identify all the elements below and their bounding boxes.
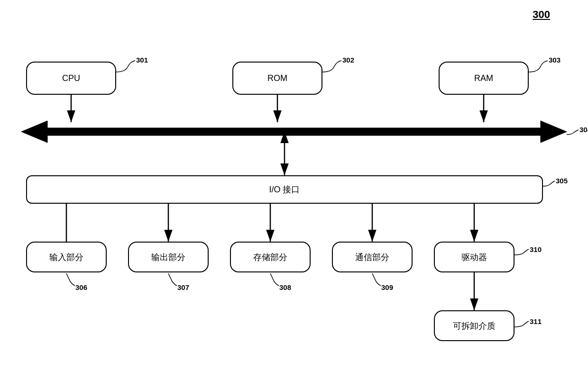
ref-308: 308 [279,283,291,291]
svg-marker-4 [21,121,567,143]
diagram-container: 300 [0,0,588,370]
ref-307: 307 [177,283,189,291]
box-cpu: CPU [26,62,116,95]
box-input: 输入部分 [26,242,107,272]
ref-305: 305 [556,177,568,185]
box-media: 可拆卸介质 [434,310,514,341]
box-rom: ROM [232,62,322,95]
box-io: I/O 接口 [26,175,543,204]
ref-302: 302 [342,56,354,64]
ref-309: 309 [381,283,393,291]
ref-311: 311 [530,317,542,325]
box-output: 输出部分 [128,242,209,272]
box-comm: 通信部分 [332,242,413,272]
ref-310: 310 [530,245,542,253]
box-driver: 驱动器 [434,242,514,272]
ref-304: 304 [579,126,588,134]
box-ram: RAM [439,62,529,95]
ref-306: 306 [75,283,87,291]
diagram-number: 300 [533,9,550,21]
ref-303: 303 [549,56,560,64]
ref-301: 301 [136,56,148,64]
box-storage: 存储部分 [230,242,311,272]
